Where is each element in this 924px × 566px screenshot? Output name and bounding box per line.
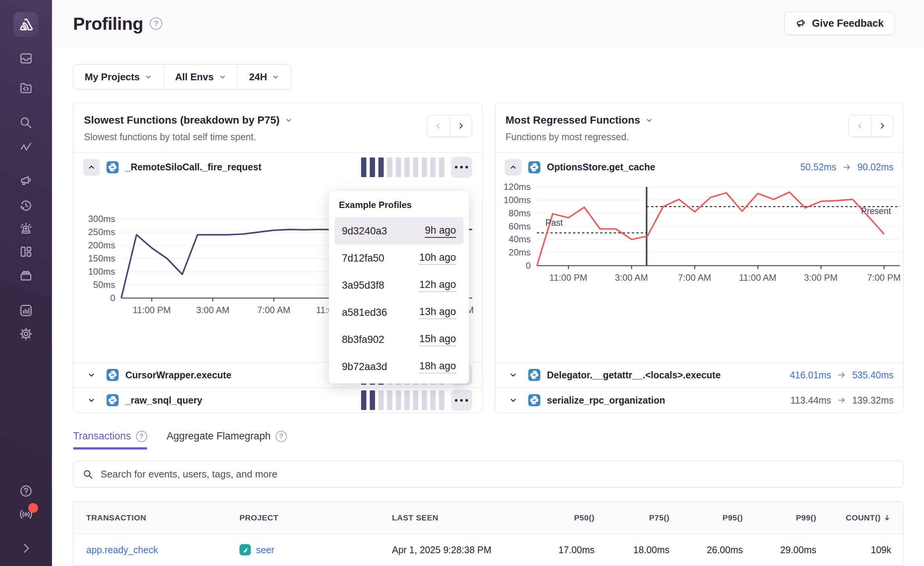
- arrow-right-icon: [837, 396, 846, 405]
- sidebar-item-explore[interactable]: [18, 80, 34, 96]
- sidebar-item-help[interactable]: [18, 483, 34, 499]
- profile-id[interactable]: a581ed36: [342, 307, 387, 318]
- collapse-row-button[interactable]: [505, 159, 521, 176]
- pager-next-button[interactable]: [871, 115, 893, 136]
- profile-item[interactable]: 9d3240a3 9h ago: [334, 217, 464, 245]
- expand-row-button[interactable]: [83, 367, 100, 383]
- profile-age[interactable]: 10h ago: [419, 252, 456, 265]
- profile-item[interactable]: 8b3fa902 15h ago: [334, 326, 464, 353]
- col-project[interactable]: PROJECT: [239, 513, 392, 522]
- sidebar-item-settings[interactable]: [18, 326, 34, 342]
- col-p75[interactable]: P75(): [649, 513, 669, 522]
- profile-age[interactable]: 15h ago: [419, 333, 456, 346]
- archive-box-icon: [19, 268, 33, 283]
- tab-aggregate-flamegraph[interactable]: Aggregate Flamegraph ?: [167, 430, 287, 450]
- expand-row-button[interactable]: [505, 392, 521, 408]
- profile-item[interactable]: a581ed36 13h ago: [334, 299, 464, 326]
- sidebar-item-whats-new[interactable]: [18, 506, 34, 523]
- sidebar-item-releases[interactable]: [18, 267, 34, 284]
- function-row[interactable]: serialize_rpc_organization 113.44ms 139.…: [495, 387, 904, 413]
- profile-age[interactable]: 18h ago: [419, 360, 456, 373]
- most-regressed-title[interactable]: Most Regressed Functions: [506, 114, 893, 126]
- row-actions-button[interactable]: [451, 157, 472, 178]
- arrow-right-icon: [837, 370, 846, 379]
- profile-item[interactable]: 7d12fa50 10h ago: [334, 245, 464, 272]
- pager-next-button[interactable]: [450, 115, 472, 136]
- environment-filter[interactable]: All Envs: [163, 64, 238, 89]
- give-feedback-label: Give Feedback: [812, 18, 884, 29]
- sidebar-item-feedback[interactable]: [18, 173, 34, 189]
- after-value[interactable]: 139.32ms: [852, 395, 894, 406]
- tab-help-icon[interactable]: ?: [276, 431, 287, 442]
- before-value[interactable]: 113.44ms: [790, 395, 831, 406]
- sidebar-item-replays[interactable]: [18, 197, 34, 214]
- profile-id[interactable]: 9d3240a3: [342, 225, 387, 237]
- before-value[interactable]: 50.52ms: [800, 162, 836, 173]
- page-help-icon[interactable]: ?: [150, 17, 162, 30]
- sidebar-item-stats[interactable]: [18, 302, 34, 319]
- profile-id[interactable]: 3a95d3f8: [342, 280, 384, 291]
- function-row[interactable]: _raw_snql_query: [73, 387, 482, 413]
- row-actions-button[interactable]: [451, 390, 472, 411]
- sidebar-item-search[interactable]: [18, 115, 34, 131]
- profile-sparkbar[interactable]: [361, 158, 444, 177]
- sidebar-item-dashboards[interactable]: [18, 243, 34, 260]
- panel-title-text: Slowest Functions (breakdown by P75): [84, 114, 280, 126]
- function-row[interactable]: _RemoteSiloCall._fire_request: [73, 152, 482, 182]
- col-p95[interactable]: P95(): [723, 513, 743, 522]
- y-axis-label: 20ms: [495, 247, 531, 258]
- pager-prev-button[interactable]: [849, 115, 871, 136]
- search-input[interactable]: [101, 468, 894, 480]
- profile-age[interactable]: 13h ago: [419, 306, 456, 319]
- col-transaction[interactable]: TRANSACTION: [86, 513, 239, 522]
- profile-item[interactable]: 9b72aa3d 18h ago: [334, 353, 464, 380]
- profile-sparkbar[interactable]: [361, 390, 444, 410]
- profile-id[interactable]: 7d12fa50: [342, 252, 384, 264]
- sidebar-item-alerts[interactable]: [18, 220, 34, 237]
- col-p99[interactable]: P99(): [796, 513, 816, 522]
- expand-row-button[interactable]: [83, 392, 100, 408]
- python-project-icon: [528, 161, 540, 173]
- collapse-row-button[interactable]: [83, 159, 100, 176]
- after-value[interactable]: 90.02ms: [857, 162, 894, 173]
- count-cell: 109k: [871, 545, 891, 555]
- project-filter[interactable]: My Projects: [73, 64, 163, 89]
- profile-age[interactable]: 9h ago: [425, 225, 456, 238]
- function-row[interactable]: OptionsStore.get_cache 50.52ms 90.02ms: [495, 152, 904, 182]
- before-value[interactable]: 416.01ms: [790, 370, 831, 381]
- give-feedback-button[interactable]: Give Feedback: [784, 12, 895, 35]
- profile-age[interactable]: 12h ago: [419, 279, 456, 292]
- transactions-table: TRANSACTION PROJECT LAST SEEN P50() P75(…: [73, 502, 904, 566]
- table-row[interactable]: app.ready_check seer Apr 1, 2025 9:28:38…: [73, 534, 903, 566]
- col-count-sort[interactable]: COUNT(): [846, 513, 891, 522]
- most-regressed-chart[interactable]: 020ms40ms60ms80ms100ms120ms11:00 PM3:00 …: [495, 182, 904, 362]
- col-p50[interactable]: P50(): [574, 513, 595, 522]
- sidebar-item-home[interactable]: [14, 12, 38, 37]
- sidebar-item-issues[interactable]: [18, 50, 34, 67]
- python-project-icon: [528, 394, 540, 406]
- sidebar-collapse-toggle[interactable]: [18, 540, 34, 557]
- panel-subtitle: Slowest functions by total self time spe…: [84, 132, 471, 142]
- sidebar-item-traces[interactable]: [18, 139, 34, 155]
- p75-cell: 18.00ms: [633, 545, 669, 555]
- slowest-functions-title[interactable]: Slowest Functions (breakdown by P75): [84, 114, 471, 126]
- tab-help-icon[interactable]: ?: [136, 431, 147, 442]
- x-axis-label: 7:00 AM: [257, 305, 290, 315]
- profile-id[interactable]: 8b3fa902: [342, 334, 384, 346]
- search-bar[interactable]: [73, 461, 904, 488]
- col-last-seen[interactable]: LAST SEEN: [392, 513, 520, 522]
- transaction-link[interactable]: app.ready_check: [86, 545, 239, 555]
- after-value[interactable]: 535.40ms: [852, 370, 894, 381]
- project-cell[interactable]: seer: [239, 544, 392, 555]
- chevron-down-icon: [285, 116, 293, 124]
- page-title: Profiling: [73, 13, 143, 34]
- expand-row-button[interactable]: [505, 367, 521, 383]
- tab-transactions[interactable]: Transactions ?: [73, 430, 147, 450]
- profile-id[interactable]: 9b72aa3d: [342, 361, 387, 373]
- profile-item[interactable]: 3a95d3f8 12h ago: [334, 272, 464, 299]
- col-count-label: COUNT(): [846, 513, 881, 522]
- function-name: OptionsStore.get_cache: [547, 162, 794, 173]
- pager-prev-button[interactable]: [427, 115, 450, 136]
- function-row[interactable]: Delegator.__getattr__.<locals>.execute 4…: [495, 362, 904, 387]
- date-range-filter[interactable]: 24H: [238, 64, 291, 89]
